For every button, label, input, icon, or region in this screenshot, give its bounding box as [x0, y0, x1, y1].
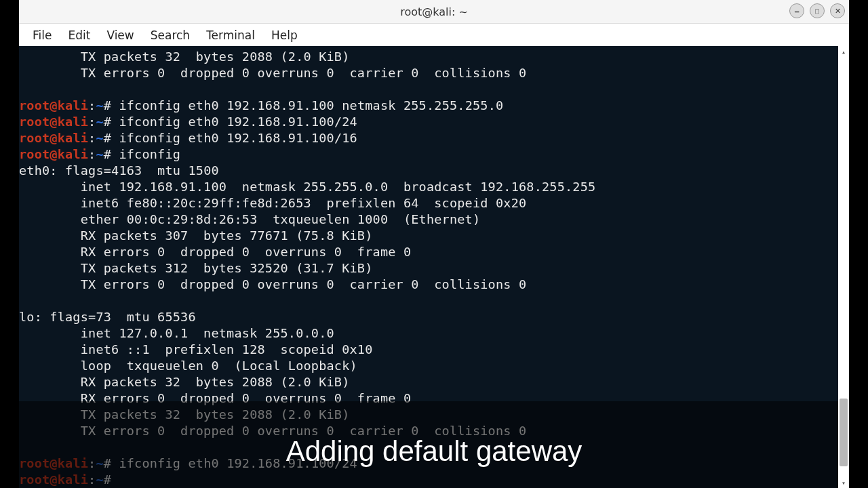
menu-edit[interactable]: Edit [60, 26, 98, 45]
menubar: File Edit View Search Terminal Help [19, 24, 849, 46]
maximize-button[interactable] [810, 3, 825, 18]
minimize-button[interactable] [789, 3, 804, 18]
menu-view[interactable]: View [98, 26, 142, 45]
scroll-down-icon[interactable]: ▾ [838, 477, 849, 488]
scroll-up-icon[interactable]: ▴ [838, 46, 849, 57]
menu-search[interactable]: Search [142, 26, 198, 45]
terminal-area[interactable]: TX packets 32 bytes 2088 (2.0 KiB) TX er… [19, 46, 849, 488]
menu-file[interactable]: File [24, 26, 60, 45]
scroll-thumb[interactable] [840, 399, 848, 466]
terminal-output[interactable]: TX packets 32 bytes 2088 (2.0 KiB) TX er… [19, 46, 838, 488]
scrollbar[interactable]: ▴ ▾ [838, 46, 849, 488]
close-button[interactable] [830, 3, 845, 18]
terminal-window: root@kali: ~ File Edit View Search Termi… [19, 0, 849, 488]
titlebar: root@kali: ~ [19, 0, 849, 24]
window-controls [789, 3, 845, 18]
window-title: root@kali: ~ [400, 5, 468, 18]
menu-help[interactable]: Help [263, 26, 306, 45]
menu-terminal[interactable]: Terminal [198, 26, 263, 45]
